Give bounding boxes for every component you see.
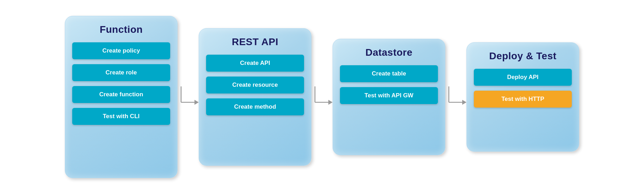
arrow-3-svg bbox=[445, 83, 466, 111]
arrow-3 bbox=[445, 83, 466, 111]
diagram-container: Function Create policy Create role Creat… bbox=[0, 0, 644, 194]
panel-deploy-test-items: Deploy API Test with HTTP bbox=[474, 69, 572, 108]
create-method-button[interactable]: Create method bbox=[206, 98, 304, 115]
test-with-cli-button[interactable]: Test with CLI bbox=[72, 108, 170, 125]
create-function-button[interactable]: Create function bbox=[72, 86, 170, 103]
panel-datastore-title: Datastore bbox=[365, 47, 413, 58]
arrow-2-svg bbox=[311, 83, 333, 111]
panel-function-items: Create policy Create role Create functio… bbox=[72, 42, 170, 125]
svg-marker-2 bbox=[194, 100, 199, 105]
create-table-button[interactable]: Create table bbox=[340, 65, 438, 82]
panel-function: Function Create policy Create role Creat… bbox=[65, 16, 178, 178]
test-with-http-button[interactable]: Test with HTTP bbox=[474, 91, 572, 108]
arrow-1-svg bbox=[178, 83, 199, 111]
arrow-2 bbox=[311, 83, 333, 111]
create-role-button[interactable]: Create role bbox=[72, 64, 170, 81]
panel-rest-api-items: Create API Create resource Create method bbox=[206, 55, 304, 115]
panel-deploy-test: Deploy & Test Deploy API Test with HTTP bbox=[466, 42, 579, 152]
create-policy-button[interactable]: Create policy bbox=[72, 42, 170, 59]
arrow-1 bbox=[178, 83, 199, 111]
panel-datastore-items: Create table Test with API GW bbox=[340, 65, 438, 104]
svg-marker-5 bbox=[328, 100, 333, 105]
panel-deploy-test-title: Deploy & Test bbox=[489, 50, 556, 62]
test-with-api-gw-button[interactable]: Test with API GW bbox=[340, 87, 438, 104]
panel-rest-api-title: REST API bbox=[232, 36, 278, 48]
deploy-api-button[interactable]: Deploy API bbox=[474, 69, 572, 86]
panel-rest-api: REST API Create API Create resource Crea… bbox=[199, 28, 311, 166]
create-resource-button[interactable]: Create resource bbox=[206, 77, 304, 93]
svg-marker-8 bbox=[462, 100, 466, 105]
panel-function-title: Function bbox=[100, 24, 143, 35]
create-api-button[interactable]: Create API bbox=[206, 55, 304, 72]
panel-datastore: Datastore Create table Test with API GW bbox=[333, 39, 445, 155]
